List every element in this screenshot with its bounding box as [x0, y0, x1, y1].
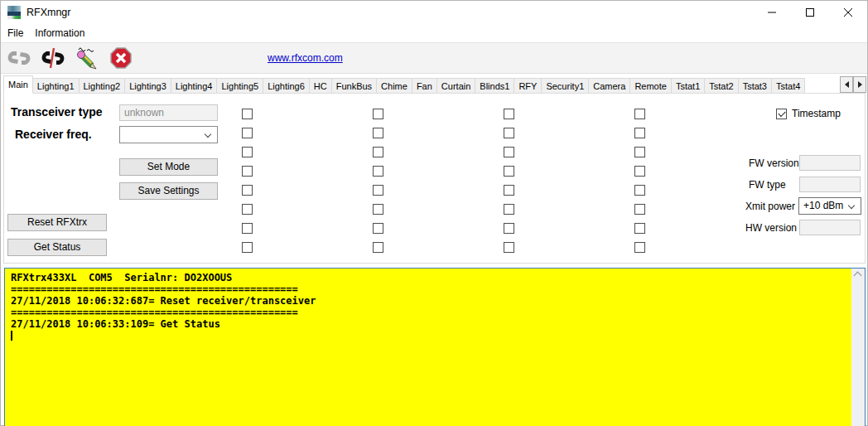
- menu-item-file[interactable]: File: [2, 25, 28, 41]
- protocol-checkbox[interactable]: [634, 204, 645, 215]
- protocol-checkbox[interactable]: [634, 185, 645, 196]
- protocol-checkbox[interactable]: [504, 242, 514, 253]
- protocol-checkbox[interactable]: [504, 128, 514, 138]
- reset-rfxtrx-button[interactable]: Reset RFXtrx: [7, 214, 107, 231]
- protocol-checkbox[interactable]: [504, 223, 514, 234]
- transmit-icon: [74, 46, 100, 70]
- tab-main[interactable]: Main: [3, 75, 33, 94]
- protocol-checkbox[interactable]: [373, 166, 383, 177]
- receiver-freq-label: Receiver freq.: [15, 128, 92, 141]
- fw-type-field: [799, 177, 861, 192]
- protocol-checkbox[interactable]: [504, 109, 514, 119]
- protocol-checkbox[interactable]: [373, 128, 383, 138]
- hw-version-label: HW version: [745, 222, 797, 234]
- protocol-checkbox[interactable]: [504, 204, 514, 215]
- protocol-checkbox[interactable]: [242, 242, 253, 253]
- protocol-checkbox[interactable]: [634, 147, 645, 157]
- transmit-button[interactable]: [71, 44, 103, 72]
- protocol-checkbox[interactable]: [373, 223, 383, 234]
- tab-strip: MainLighting1Lighting2Lighting3Lighting4…: [1, 75, 868, 94]
- menu-bar: File Information: [1, 24, 867, 42]
- xmit-power-select[interactable]: +10 dBm: [798, 197, 861, 215]
- tab-lighting5[interactable]: Lighting5: [217, 78, 263, 94]
- protocol-checkbox[interactable]: [504, 185, 514, 196]
- stop-icon: [109, 46, 133, 70]
- protocol-checkbox[interactable]: [373, 185, 383, 196]
- log-line: 27/11/2018 10:06:33:109= Get Status: [11, 318, 851, 330]
- protocol-checkbox[interactable]: [242, 185, 253, 196]
- protocol-checkbox[interactable]: [373, 242, 383, 253]
- tab-rfy[interactable]: RFY: [514, 78, 542, 94]
- connect-button[interactable]: [3, 44, 35, 72]
- fw-version-label: FW version: [749, 157, 799, 169]
- fw-version-field: [799, 155, 861, 171]
- close-button[interactable]: [829, 1, 867, 24]
- menu-item-information[interactable]: Information: [30, 25, 89, 41]
- tab-lighting6[interactable]: Lighting6: [263, 78, 310, 94]
- set-mode-button[interactable]: Set Mode: [119, 158, 218, 176]
- tab-scroll-left-button[interactable]: [840, 76, 853, 93]
- maximize-button[interactable]: [791, 1, 829, 24]
- window-title: RFXmngr: [27, 7, 70, 18]
- fw-type-label: FW type: [749, 179, 786, 191]
- tab-curtain[interactable]: Curtain: [437, 78, 475, 94]
- protocol-checkbox[interactable]: [634, 109, 645, 119]
- protocol-checkbox[interactable]: [373, 204, 383, 215]
- minimize-button[interactable]: [753, 1, 791, 24]
- protocol-checkbox[interactable]: [504, 147, 514, 157]
- timestamp-checkbox[interactable]: [776, 109, 787, 119]
- save-settings-button[interactable]: Save Settings: [119, 182, 218, 200]
- tab-camera[interactable]: Camera: [589, 78, 630, 94]
- tab-lighting1[interactable]: Lighting1: [33, 78, 80, 94]
- tab-tstat1[interactable]: Tstat1: [672, 78, 705, 94]
- tab-tstat2[interactable]: Tstat2: [705, 78, 738, 94]
- protocol-checkbox[interactable]: [634, 223, 645, 234]
- tab-tstat4[interactable]: Tstat4: [772, 78, 805, 94]
- protocol-checkbox[interactable]: [504, 166, 514, 177]
- tab-tstat3[interactable]: Tstat3: [739, 78, 772, 94]
- rfxcom-link[interactable]: www.rfxcom.com: [268, 52, 343, 64]
- tab-scroll-right-button[interactable]: [853, 76, 866, 93]
- chevron-down-icon: [848, 202, 855, 209]
- tab-fan[interactable]: Fan: [412, 78, 437, 94]
- timestamp-label: Timestamp: [792, 108, 841, 119]
- text-caret: [11, 331, 12, 341]
- log-scrollbar[interactable]: [851, 269, 865, 426]
- maximize-icon: [806, 8, 814, 17]
- log-line: RFXtrx433XL COM5 Serialnr: DO2XOOUS: [11, 272, 851, 283]
- protocol-checkbox[interactable]: [373, 109, 383, 119]
- protocol-checkbox[interactable]: [634, 166, 645, 177]
- protocol-checkbox[interactable]: [242, 128, 253, 138]
- protocol-checkbox[interactable]: [242, 109, 253, 119]
- protocol-checkbox[interactable]: [634, 242, 645, 253]
- tab-remote[interactable]: Remote: [630, 78, 672, 94]
- receiver-freq-select[interactable]: [119, 126, 218, 143]
- tab-lighting4[interactable]: Lighting4: [171, 78, 218, 94]
- tab-chime[interactable]: Chime: [377, 78, 412, 94]
- protocol-checkbox[interactable]: [242, 166, 253, 177]
- tab-hc[interactable]: HC: [310, 78, 332, 94]
- right-arrow-icon: [858, 81, 862, 88]
- protocol-checkbox[interactable]: [242, 223, 253, 234]
- scroll-up-icon: [854, 272, 862, 280]
- connect-icon: [7, 47, 31, 69]
- app-window: RFXmngr File Information: [0, 0, 868, 426]
- protocol-checkbox[interactable]: [242, 204, 253, 215]
- log-line: 27/11/2018 10:06:32:687= Reset receiver/…: [11, 295, 851, 307]
- disconnect-button[interactable]: [37, 44, 69, 72]
- stop-button[interactable]: [105, 44, 137, 72]
- log-output[interactable]: RFXtrx433XL COM5 Serialnr: DO2XOOUS=====…: [4, 268, 866, 426]
- tab-funkbus[interactable]: FunkBus: [332, 78, 377, 94]
- close-icon: [844, 8, 852, 17]
- protocol-checkbox[interactable]: [373, 147, 383, 157]
- protocol-checkbox[interactable]: [634, 128, 645, 138]
- protocol-checkbox[interactable]: [242, 147, 253, 157]
- toolbar: www.rfxcom.com: [1, 42, 867, 74]
- tab-security1[interactable]: Security1: [542, 78, 589, 94]
- tab-lighting3[interactable]: Lighting3: [125, 78, 171, 94]
- tab-blinds1[interactable]: Blinds1: [475, 78, 514, 94]
- transceiver-type-label: Transceiver type: [11, 105, 103, 119]
- log-line: ========================================…: [11, 307, 851, 318]
- get-status-button[interactable]: Get Status: [7, 239, 107, 256]
- tab-lighting2[interactable]: Lighting2: [80, 78, 126, 94]
